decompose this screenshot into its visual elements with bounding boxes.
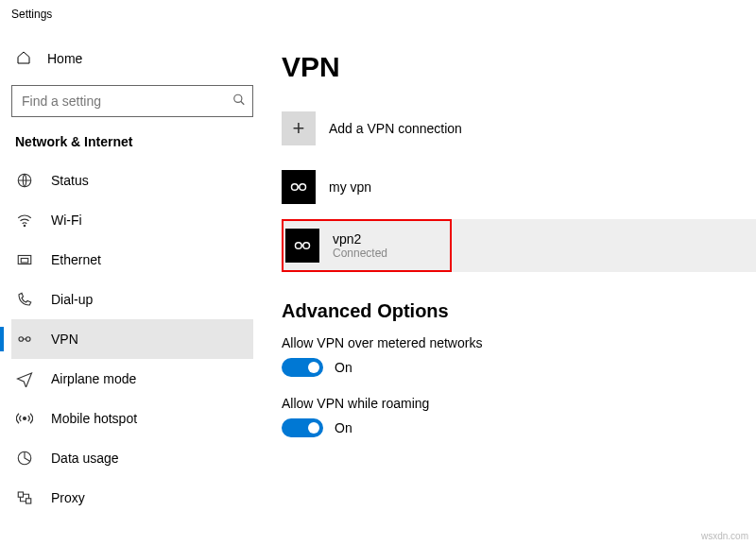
sidebar-item-label: Status <box>51 173 89 188</box>
vpn-icon <box>15 331 34 348</box>
sidebar-item-hotspot[interactable]: Mobile hotspot <box>11 399 253 438</box>
svg-point-0 <box>234 94 242 102</box>
sidebar-item-proxy[interactable]: Proxy <box>11 478 253 518</box>
content-area: Home Network & Internet Status <box>0 28 756 545</box>
window-title: Settings <box>11 8 52 21</box>
add-vpn-button[interactable]: + Add a VPN connection <box>282 102 669 155</box>
plus-icon: + <box>282 111 316 145</box>
status-icon <box>15 172 34 189</box>
svg-rect-10 <box>18 492 23 497</box>
svg-point-15 <box>303 243 310 249</box>
hotspot-icon <box>15 410 34 427</box>
sidebar-item-vpn[interactable]: VPN <box>11 319 253 359</box>
sidebar-item-datausage[interactable]: Data usage <box>11 438 253 478</box>
wifi-icon <box>15 212 34 229</box>
search-wrap <box>11 85 253 117</box>
vpn-list: + Add a VPN connection my vpn <box>282 102 669 272</box>
toggle-state-label: On <box>335 420 352 435</box>
svg-point-14 <box>296 243 302 249</box>
sidebar-item-label: VPN <box>51 332 78 347</box>
main-panel: VPN + Add a VPN connection my vpn <box>265 28 756 545</box>
vpn-connection-icon <box>282 170 316 204</box>
toggle-state-label: On <box>335 360 352 375</box>
sidebar: Home Network & Internet Status <box>0 28 265 545</box>
vpn-connection-status: Connected <box>333 247 387 260</box>
ethernet-icon <box>15 251 34 268</box>
svg-rect-11 <box>26 499 31 503</box>
svg-rect-5 <box>21 259 28 264</box>
search-input[interactable] <box>11 85 253 117</box>
home-icon <box>15 50 32 68</box>
nav-list: Status Wi-Fi Ethernet <box>11 161 253 518</box>
sidebar-item-label: Dial-up <box>51 292 93 307</box>
svg-point-3 <box>24 225 26 227</box>
setting-roaming: Allow VPN while roaming On <box>282 396 756 437</box>
home-button[interactable]: Home <box>11 40 253 77</box>
sidebar-item-label: Ethernet <box>51 252 101 267</box>
setting-metered: Allow VPN over metered networks On <box>282 335 756 377</box>
vpn-connection-name: my vpn <box>329 179 371 195</box>
category-header: Network & Internet <box>11 130 253 161</box>
sidebar-item-dialup[interactable]: Dial-up <box>11 280 253 319</box>
svg-point-7 <box>26 337 31 342</box>
sidebar-item-label: Airplane mode <box>51 371 136 386</box>
advanced-options-header: Advanced Options <box>282 300 756 322</box>
home-label: Home <box>47 51 82 66</box>
sidebar-item-label: Wi-Fi <box>51 213 82 228</box>
sidebar-item-ethernet[interactable]: Ethernet <box>11 240 253 280</box>
toggle-metered[interactable] <box>282 358 323 377</box>
svg-point-6 <box>19 337 24 342</box>
vpn-connection-selected-wrap: vpn2 Connected <box>282 219 669 272</box>
page-title: VPN <box>282 51 756 83</box>
svg-point-12 <box>292 184 299 191</box>
sidebar-item-label: Mobile hotspot <box>51 411 137 426</box>
setting-label: Allow VPN while roaming <box>282 396 756 411</box>
watermark: wsxdn.com <box>701 531 748 541</box>
airplane-icon <box>15 370 34 387</box>
search-icon <box>232 94 246 110</box>
highlight-annotation: vpn2 Connected <box>282 219 452 272</box>
add-vpn-label: Add a VPN connection <box>329 121 462 136</box>
setting-label: Allow VPN over metered networks <box>282 335 756 350</box>
sidebar-item-label: Proxy <box>51 490 85 505</box>
vpn-connection-icon <box>285 229 319 263</box>
sidebar-item-label: Data usage <box>51 451 119 466</box>
window-titlebar: Settings <box>0 0 756 28</box>
vpn-connection-name: vpn2 <box>333 231 387 247</box>
proxy-icon <box>15 489 34 506</box>
toggle-roaming[interactable] <box>282 418 323 437</box>
datausage-icon <box>15 450 34 467</box>
svg-line-1 <box>241 101 245 105</box>
settings-window: Settings Home Network & Internet <box>0 0 756 545</box>
dialup-icon <box>15 291 34 308</box>
vpn-connection-item[interactable]: vpn2 Connected <box>285 223 448 268</box>
svg-point-13 <box>300 184 306 191</box>
vpn-connection-item[interactable]: my vpn <box>282 161 669 213</box>
sidebar-item-wifi[interactable]: Wi-Fi <box>11 200 253 240</box>
sidebar-item-status[interactable]: Status <box>11 161 253 200</box>
sidebar-item-airplane[interactable]: Airplane mode <box>11 359 253 399</box>
svg-point-8 <box>24 417 26 420</box>
